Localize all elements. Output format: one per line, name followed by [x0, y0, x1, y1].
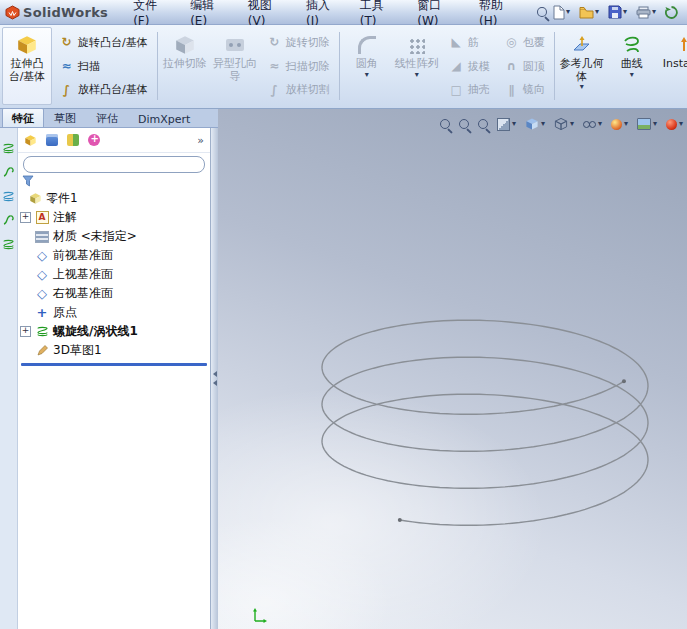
tab-sketch[interactable]: 草图	[44, 108, 86, 127]
tree-item-annotations[interactable]: + A 注解	[18, 208, 210, 227]
rollback-bar[interactable]	[21, 363, 207, 366]
zoom-fit-icon[interactable]	[439, 118, 451, 130]
instant3d-button[interactable]: Instant3D	[657, 27, 687, 105]
print-button[interactable]: ▾	[633, 4, 659, 21]
draft-button[interactable]: 拔模	[445, 55, 494, 78]
rib-button[interactable]: 筋	[445, 31, 494, 54]
dome-button[interactable]: 圆顶	[500, 55, 549, 78]
new-document-button[interactable]: ▾	[549, 3, 573, 22]
rib-label: 筋	[468, 35, 479, 50]
tree-item-origin[interactable]: + 原点	[18, 303, 210, 322]
extruded-boss-label: 拉伸凸台/基体	[4, 58, 50, 83]
extruded-cut-label: 拉伸切除	[163, 58, 207, 71]
wrap-button[interactable]: 包覆	[500, 31, 549, 54]
view-settings-icon[interactable]: ▾	[665, 118, 684, 131]
solidworks-logo-icon	[4, 5, 21, 20]
dropdown-caret-icon[interactable]: ▾	[566, 8, 570, 16]
mirror-button[interactable]: 镜向	[500, 78, 549, 101]
revolved-boss-label: 旋转凸台/基体	[78, 35, 148, 50]
menubar: 文件(F) 编辑(E) 视图(V) 插入(I) 工具(T) 窗口(W) 帮助(H…	[124, 0, 529, 24]
zoom-area-icon[interactable]	[458, 118, 470, 130]
linear-pattern-icon	[408, 32, 425, 58]
configurationmanager-tab-icon[interactable]	[64, 132, 81, 149]
hide-show-items-icon[interactable]: ▾	[582, 119, 603, 129]
helix-icon	[35, 325, 49, 339]
ribbon-separator	[157, 32, 158, 100]
swept-boss-button[interactable]: 扫描	[55, 55, 152, 78]
open-document-button[interactable]: ▾	[576, 4, 602, 21]
expand-icon[interactable]: +	[20, 326, 31, 337]
annotations-icon: A	[35, 211, 49, 225]
curve-tool-icon[interactable]	[2, 190, 15, 203]
linear-pattern-button[interactable]: 线性阵列 ▾	[392, 27, 442, 105]
dropdown-caret-icon: ▾	[580, 83, 584, 91]
shell-label: 抽壳	[468, 82, 490, 97]
revolved-cut-button[interactable]: 旋转切除	[263, 31, 334, 54]
panel-overflow-chevron[interactable]: »	[197, 134, 206, 147]
tree-item-top-plane[interactable]: ◇ 上视基准面	[18, 265, 210, 284]
tab-features[interactable]: 特征	[2, 108, 44, 127]
expand-icon[interactable]: +	[20, 212, 31, 223]
featuremanager-tab-icon[interactable]	[22, 132, 39, 149]
plane-icon: ◇	[35, 287, 49, 301]
tree-item-front-plane[interactable]: ◇ 前视基准面	[18, 246, 210, 265]
reference-geometry-button[interactable]: 参考几何体 ▾	[557, 27, 607, 105]
save-button[interactable]: ▾	[605, 3, 630, 21]
rib-icon	[449, 35, 464, 50]
rebuild-button[interactable]	[662, 4, 681, 21]
panel-splitter[interactable]	[211, 128, 218, 629]
instant3d-icon	[679, 32, 687, 58]
hole-wizard-button[interactable]: 异型孔向导	[210, 27, 260, 105]
extruded-boss-icon	[16, 32, 38, 58]
curves-button[interactable]: 曲线 ▾	[607, 27, 657, 105]
part-icon	[28, 192, 42, 206]
propertymanager-tab-icon[interactable]	[43, 132, 60, 149]
fillet-label: 圆角	[356, 58, 378, 71]
revolved-cut-icon	[267, 35, 282, 50]
wrap-dome-mirror-stack: 包覆 圆顶 镜向	[497, 27, 552, 105]
tree-filter-input[interactable]	[23, 156, 205, 173]
curve-tool-icon[interactable]	[2, 142, 15, 155]
shell-icon	[449, 82, 464, 97]
viewport-3d[interactable]: ▾ ▾ ▾ ▾ ▾ ▾ ▾	[218, 109, 687, 629]
tree-item-part[interactable]: 零件1	[18, 189, 210, 208]
zoom-previous-icon[interactable]	[477, 118, 489, 130]
dropdown-caret-icon[interactable]: ▾	[652, 8, 656, 16]
extruded-boss-button[interactable]: 拉伸凸台/基体	[2, 27, 52, 105]
apply-scene-icon[interactable]: ▾	[636, 117, 658, 131]
reference-geometry-label: 参考几何体	[559, 58, 605, 83]
shell-button[interactable]: 抽壳	[445, 78, 494, 101]
dimxpertmanager-tab-icon[interactable]	[85, 132, 102, 149]
tree-item-right-plane[interactable]: ◇ 右视基准面	[18, 284, 210, 303]
view-orientation-icon[interactable]: ▾	[524, 116, 546, 132]
mirror-label: 镜向	[523, 82, 545, 97]
feature-tree: 零件1 + A 注解 材质 <未指定>	[18, 188, 210, 629]
wrap-icon	[504, 35, 519, 50]
filter-funnel-icon[interactable]	[22, 175, 34, 187]
tab-dimxpert[interactable]: DimXpert	[128, 110, 200, 127]
revolved-boss-button[interactable]: 旋转凸台/基体	[55, 31, 152, 54]
hole-wizard-label: 异型孔向导	[212, 58, 258, 83]
swept-cut-button[interactable]: 扫描切除	[263, 55, 334, 78]
search-icon[interactable]	[537, 7, 547, 17]
lofted-boss-button[interactable]: 放样凸台/基体	[55, 78, 152, 101]
curve-tool-icon[interactable]	[2, 238, 15, 251]
curve-tool-icon[interactable]	[2, 214, 15, 227]
edit-appearance-icon[interactable]: ▾	[610, 118, 629, 131]
tab-evaluate[interactable]: 评估	[86, 108, 128, 127]
display-style-icon[interactable]: ▾	[553, 116, 575, 132]
extruded-cut-button[interactable]: 拉伸切除	[160, 27, 210, 105]
tree-item-material[interactable]: 材质 <未指定>	[18, 227, 210, 246]
tree-item-helix[interactable]: + 螺旋线/涡状线1	[18, 322, 210, 341]
dropdown-caret-icon[interactable]: ▾	[623, 8, 627, 16]
tree-item-3d-sketch[interactable]: 3D草图1	[18, 341, 210, 360]
dropdown-caret-icon[interactable]: ▾	[595, 8, 599, 16]
hole-wizard-icon	[226, 32, 244, 58]
section-view-icon[interactable]: ▾	[496, 117, 517, 132]
revolved-cut-label: 旋转切除	[286, 35, 330, 50]
fillet-button[interactable]: 圆角 ▾	[342, 27, 392, 105]
curve-tool-icon[interactable]	[2, 166, 15, 179]
lofted-cut-button[interactable]: 放样切割	[263, 78, 334, 101]
instant3d-label: Instant3D	[663, 58, 687, 71]
origin-marker-icon	[252, 607, 268, 623]
